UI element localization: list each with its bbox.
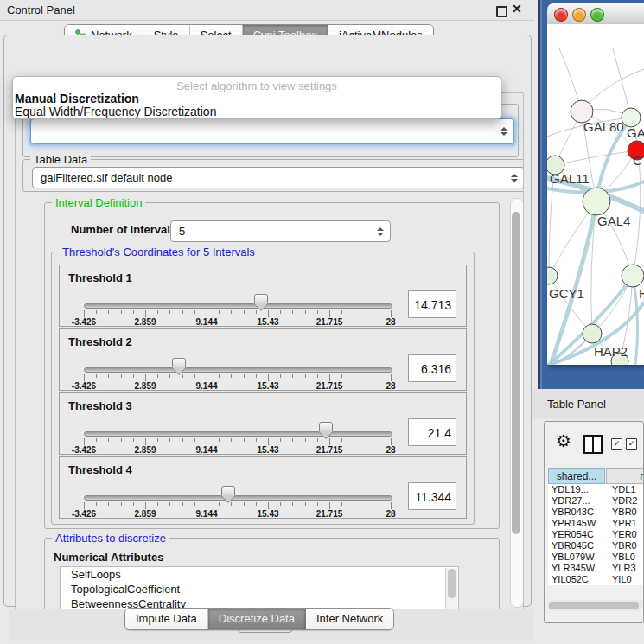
- table-row[interactable]: YPR145WYPR1: [548, 518, 644, 529]
- tab-infer-network[interactable]: Infer Network: [306, 609, 393, 629]
- zoom-light[interactable]: [590, 8, 604, 22]
- tab-label: Impute Data: [136, 609, 197, 629]
- thresholds-group-title: Threshold's Coordinates for 5 Intervals: [59, 245, 258, 258]
- threshold-panel: Threshold 3-3.4262.8599.14415.4321.71528…: [59, 392, 467, 455]
- threshold-label: Threshold 3: [68, 399, 132, 412]
- number-of-intervals-combo[interactable]: 5: [170, 220, 391, 242]
- network-node-ga[interactable]: [622, 108, 641, 127]
- settings-vertical-scrollbar[interactable]: [510, 198, 524, 608]
- network-node-hap2[interactable]: [583, 324, 602, 343]
- threshold-value-field[interactable]: 21.4: [408, 418, 456, 446]
- network-node-label: GA: [627, 125, 644, 140]
- slider-tick-labels: -3.4262.8599.14415.4321.71528: [84, 445, 391, 456]
- table-cell: YBL0: [612, 552, 635, 563]
- number-of-intervals-value: 5: [179, 225, 185, 238]
- table-horizontal-scrollbar-thumb[interactable]: [549, 602, 639, 609]
- tab-discretize-data[interactable]: Discretize Data: [208, 609, 306, 629]
- attributes-list-scrollbar-thumb[interactable]: [448, 569, 456, 598]
- gear-icon[interactable]: ⚙: [556, 430, 571, 451]
- slider-track[interactable]: [84, 303, 392, 309]
- close-light[interactable]: [554, 8, 568, 22]
- table-row[interactable]: YER054CYER0: [548, 529, 644, 540]
- table-cell: YDL19...: [552, 484, 589, 495]
- control-panel-titlebar: Control Panel ✕: [0, 0, 534, 21]
- combo-stepper-icon: [511, 174, 518, 182]
- algorithm-combo[interactable]: [30, 118, 514, 144]
- table-cell: YDR27...: [552, 495, 590, 507]
- close-icon[interactable]: ✕: [512, 2, 522, 16]
- network-node-label: HAP2: [594, 344, 628, 359]
- network-node-gcy1[interactable]: [547, 267, 558, 284]
- slider-thumb[interactable]: [172, 358, 186, 368]
- algorithm-popup-hint: Select algorithm to view settings: [13, 80, 501, 92]
- table-data-combo[interactable]: galFiltered.sif default node: [32, 167, 524, 188]
- table-row[interactable]: YBR045CYBR0: [548, 540, 644, 552]
- tab-impute-data[interactable]: Impute Data: [125, 609, 208, 629]
- slider-track[interactable]: [84, 431, 392, 437]
- threshold-value-field[interactable]: 6.316: [408, 354, 456, 382]
- thresholds-group: Threshold's Coordinates for 5 Intervals …: [51, 252, 475, 525]
- attributes-to-discretize-group: Attributes to discretize Numerical Attri…: [44, 538, 500, 609]
- table-cell: YER0: [612, 529, 637, 540]
- threshold-label: Threshold 4: [68, 463, 132, 476]
- table-cell: YIL052C: [552, 574, 589, 585]
- table-row[interactable]: YIL052CYIL0: [548, 574, 644, 585]
- algorithm-dropdown-popup: Select algorithm to view settings Manual…: [12, 76, 501, 119]
- table-body[interactable]: YDL19...YDL1YDR27...YDR2YBR043CYBR0YPR14…: [548, 484, 644, 585]
- slider-track[interactable]: [84, 367, 392, 373]
- table-cell: YLR3: [612, 563, 636, 574]
- network-window-titlebar: [547, 3, 644, 25]
- table-cell: YDL1: [612, 484, 636, 495]
- table-row[interactable]: YDL19...YDL1: [548, 484, 644, 495]
- attribute-list-item[interactable]: SelfLoops: [61, 567, 458, 582]
- network-node-gal4[interactable]: [583, 188, 610, 215]
- slider-tick-labels: -3.4262.8599.14415.4321.71528: [84, 381, 391, 392]
- algorithm-settings-panel: Discretization Algorithm Table Data galF…: [15, 92, 524, 609]
- slider-thumb[interactable]: [221, 486, 235, 496]
- control-panel-title: Control Panel: [7, 3, 75, 16]
- network-node-label: C: [633, 153, 642, 168]
- algorithm-option[interactable]: Equal Width/Frequency Discretization: [15, 105, 216, 118]
- numerical-attributes-list[interactable]: SelfLoopsTopologicalCoefficientBetweenne…: [60, 566, 459, 609]
- column-header-shared[interactable]: shared...: [548, 468, 605, 484]
- network-edge: [555, 150, 637, 165]
- columns-icon[interactable]: [583, 435, 603, 454]
- algorithm-option[interactable]: Manual Discretization: [15, 92, 139, 105]
- threshold-label: Threshold 1: [68, 271, 132, 284]
- table-cell: YDR2: [612, 495, 637, 507]
- checkbox-icon[interactable]: ✓: [626, 438, 637, 450]
- table-row[interactable]: YBL079WYBL0: [548, 552, 644, 563]
- threshold-value-field[interactable]: 11.344: [408, 482, 456, 510]
- table-panel-headerbar: Table Panel: [532, 389, 644, 418]
- attribute-list-item[interactable]: TopologicalCoefficient: [61, 582, 458, 596]
- network-canvas[interactable]: GAL80GACGAL11GAL4GCY1HHAP2: [547, 24, 644, 365]
- network-node-h[interactable]: [622, 265, 644, 287]
- settings-vertical-scrollbar-thumb[interactable]: [512, 212, 520, 534]
- table-row[interactable]: YDR27...YDR2: [548, 495, 644, 507]
- attributes-list-scrollbar[interactable]: [445, 568, 457, 609]
- table-cell: YLR345W: [552, 563, 595, 574]
- threshold-panel: Threshold 4-3.4262.8599.14415.4321.71528…: [59, 456, 467, 519]
- threshold-panel: Threshold 2-3.4262.8599.14415.4321.71528…: [59, 328, 467, 391]
- minimize-light[interactable]: [572, 8, 586, 22]
- table-row[interactable]: YLR345WYLR3: [548, 563, 644, 574]
- cyni-toolbox-tab-bar: Impute DataDiscretize DataInfer Network: [124, 608, 394, 630]
- tab-label: Discretize Data: [219, 609, 295, 629]
- table-cell: YIL0: [612, 574, 632, 585]
- slider-thumb[interactable]: [254, 294, 268, 304]
- numerical-attributes-label: Numerical Attributes: [54, 551, 163, 564]
- slider-thumb[interactable]: [319, 422, 333, 432]
- checkbox-icon[interactable]: ✓: [611, 438, 622, 450]
- column-header-name[interactable]: na: [606, 468, 644, 484]
- table-panel-title: Table Panel: [547, 398, 606, 411]
- table-row[interactable]: YBR043CYBR0: [548, 507, 644, 518]
- slider-tick-labels: -3.4262.8599.14415.4321.71528: [84, 509, 391, 520]
- tab-label: Infer Network: [316, 609, 383, 629]
- table-horizontal-scrollbar[interactable]: [548, 600, 643, 611]
- threshold-value-field[interactable]: 14.713: [408, 290, 456, 318]
- float-window-icon[interactable]: [496, 6, 507, 17]
- slider-track[interactable]: [84, 495, 392, 501]
- network-edge-highlighted: [633, 276, 638, 365]
- table-toolbar-checkboxes: ✓ ✓: [611, 438, 637, 450]
- table-cell: YBR0: [612, 507, 637, 518]
